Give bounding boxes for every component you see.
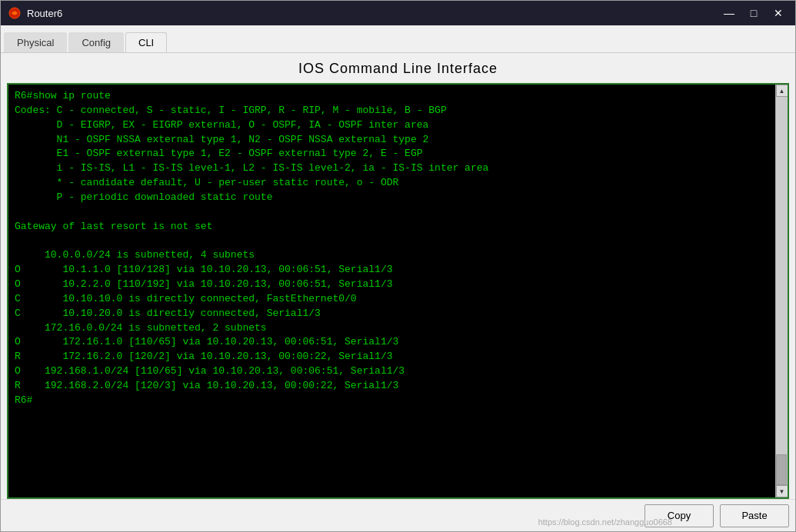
tab-bar: Physical Config CLI: [1, 25, 795, 53]
scrollbar[interactable]: ▲ ▼: [775, 85, 788, 497]
title-bar: Router6 — □ ✕: [1, 1, 795, 25]
app-icon: [7, 5, 22, 21]
maximize-button[interactable]: □: [743, 5, 764, 22]
main-content: IOS Command Line Interface R6#show ip ro…: [1, 53, 795, 531]
tab-physical[interactable]: Physical: [4, 32, 67, 52]
paste-button[interactable]: Paste: [720, 504, 789, 527]
scroll-up-arrow[interactable]: ▲: [776, 85, 788, 97]
close-button[interactable]: ✕: [768, 5, 789, 22]
page-title: IOS Command Line Interface: [1, 53, 795, 83]
tab-config[interactable]: Config: [68, 32, 124, 52]
app-window: Router6 — □ ✕ Physical Config CLI IOS Co…: [0, 0, 796, 532]
terminal-wrapper: R6#show ip route Codes: C - connected, S…: [7, 83, 789, 499]
terminal-output[interactable]: R6#show ip route Codes: C - connected, S…: [8, 85, 775, 497]
window-controls: — □ ✕: [718, 5, 789, 22]
window-title: Router6: [27, 8, 718, 19]
scrollbar-thumb[interactable]: [776, 454, 787, 485]
tab-cli[interactable]: CLI: [125, 32, 167, 52]
bottom-bar: https://blog.csdn.net/zhangguo0668 Copy …: [1, 499, 795, 531]
minimize-button[interactable]: —: [718, 5, 740, 22]
scroll-down-arrow[interactable]: ▼: [776, 485, 788, 497]
watermark: https://blog.csdn.net/zhangguo0668: [538, 517, 672, 527]
scrollbar-track[interactable]: [776, 97, 788, 485]
